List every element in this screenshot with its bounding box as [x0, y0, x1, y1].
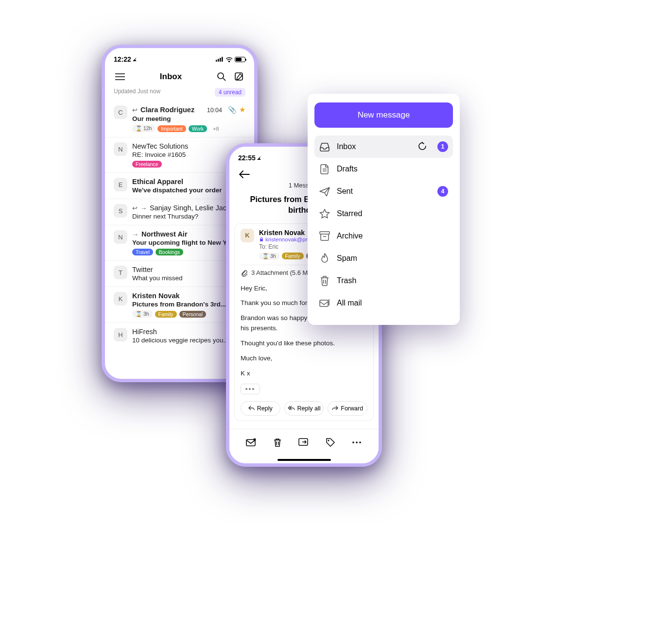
nav-label: Trash: [337, 276, 448, 285]
updated-text: Updated Just now: [114, 88, 160, 97]
avatar: K: [114, 292, 127, 305]
status-icons: [216, 57, 245, 62]
avatar: S: [114, 204, 127, 218]
nav-label: All mail: [337, 299, 448, 307]
archive-icon: [319, 231, 330, 241]
tag-personal: Personal: [179, 311, 206, 318]
new-message-button[interactable]: New message: [314, 102, 453, 128]
back-button[interactable]: [238, 168, 251, 181]
delete-button[interactable]: [271, 436, 284, 449]
svg-rect-1: [218, 59, 219, 62]
sidebar-item-allmail[interactable]: All mail: [314, 292, 453, 314]
allmail-icon: [319, 298, 330, 308]
folder-list: Inbox1DraftsSent4StarredArchiveSpamTrash…: [314, 136, 453, 314]
svg-rect-10: [260, 239, 263, 241]
body-paragraph: Much love,: [241, 354, 367, 364]
tag-travel: Travel: [132, 249, 153, 255]
svg-point-17: [359, 441, 361, 443]
tag-family: Family: [282, 253, 304, 259]
count-badge: 4: [437, 186, 448, 197]
tag-freelance: Freelance: [132, 161, 162, 168]
svg-point-12: [254, 439, 256, 441]
unread-badge[interactable]: 4 unread: [215, 88, 245, 97]
compose-button[interactable]: [233, 70, 245, 83]
avatar: C: [114, 105, 127, 119]
nav-label: Spam: [337, 254, 448, 263]
nav-label: Sent: [337, 187, 431, 196]
spam-icon: [319, 253, 330, 264]
svg-rect-18: [320, 232, 330, 234]
sender-name: Kristen Novak: [132, 292, 180, 300]
show-more-button[interactable]: •••: [241, 384, 260, 394]
sidebar-item-spam[interactable]: Spam: [314, 247, 453, 270]
avatar: H: [114, 328, 127, 341]
body-paragraph: Thought you'd like these photos.: [241, 339, 367, 349]
reply-all-button[interactable]: Reply all: [284, 401, 324, 416]
reply-icon: ↩: [132, 204, 138, 212]
svg-rect-3: [222, 57, 223, 62]
mail-time: 10:04: [207, 107, 222, 114]
forward-icon: →: [140, 204, 147, 212]
sidebar-item-inbox[interactable]: Inbox1: [314, 136, 453, 158]
lock-icon: [259, 237, 264, 242]
tag-family: Family: [155, 311, 177, 318]
inbox-title: Inbox: [131, 72, 210, 82]
refresh-icon[interactable]: [418, 142, 428, 152]
home-indicator[interactable]: [277, 459, 331, 461]
sidebar-item-drafts[interactable]: Drafts: [314, 158, 453, 180]
search-button[interactable]: [215, 70, 228, 83]
svg-rect-19: [320, 300, 328, 306]
status-bar: 12:22: [105, 48, 254, 66]
sender-name: Northwest Air: [141, 230, 188, 238]
mail-subject: Our meeting: [132, 115, 245, 122]
tag-hourglass: ⌛ 3h: [259, 253, 279, 260]
inbox-header: Inbox: [105, 66, 254, 88]
count-badge: 1: [437, 141, 448, 152]
avatar: N: [114, 230, 127, 244]
sidebar-item-sent[interactable]: Sent4: [314, 180, 453, 203]
tag-hourglass: ⌛ 3h: [132, 310, 153, 318]
star-icon[interactable]: ★: [239, 105, 245, 114]
mark-unread-button[interactable]: [245, 436, 258, 449]
wifi-icon: [225, 57, 233, 62]
signal-icon: [216, 57, 224, 62]
more-button[interactable]: [350, 436, 363, 449]
svg-rect-0: [216, 60, 217, 62]
move-button[interactable]: [297, 436, 310, 449]
sidebar-panel: New message Inbox1DraftsSent4StarredArch…: [308, 94, 460, 325]
sender-name: Clara Rodriguez: [140, 106, 194, 114]
svg-rect-11: [246, 440, 255, 446]
body-paragraph: K x: [241, 369, 367, 379]
sidebar-item-star[interactable]: Starred: [314, 203, 453, 225]
attachment-icon: 📎: [228, 106, 236, 114]
tag-work: Work: [189, 125, 207, 132]
location-icon: [132, 57, 137, 62]
reply-icon: ↩: [132, 106, 138, 114]
sidebar-item-trash[interactable]: Trash: [314, 270, 453, 292]
svg-point-14: [328, 440, 329, 441]
status-time: 12:22: [114, 55, 131, 63]
sender-avatar: K: [241, 229, 254, 242]
sender-name: Twitter: [132, 266, 153, 273]
nav-label: Archive: [337, 232, 448, 240]
forward-button[interactable]: Forward: [328, 401, 367, 416]
drafts-icon: [319, 164, 330, 174]
star-icon: [319, 208, 330, 219]
svg-point-16: [356, 441, 358, 443]
tag-more: +8: [209, 125, 223, 132]
nav-label: Inbox: [337, 142, 411, 151]
reply-button[interactable]: Reply: [241, 401, 280, 416]
sender-name: Ethical Apparel: [132, 178, 183, 186]
tag-important: Important: [157, 125, 186, 132]
inbox-meta: Updated Just now 4 unread: [105, 88, 254, 101]
tag-bookings: Bookings: [156, 249, 183, 255]
mail-item[interactable]: C↩Clara Rodriguez10:04📎★Our meeting⌛ 12h…: [105, 101, 254, 137]
tag-hourglass: ⌛ 12h: [132, 125, 155, 132]
avatar: T: [114, 266, 127, 279]
nav-label: Drafts: [337, 165, 448, 173]
label-button[interactable]: [324, 436, 337, 449]
menu-button[interactable]: [114, 70, 126, 83]
sidebar-item-archive[interactable]: Archive: [314, 225, 453, 247]
svg-rect-2: [220, 58, 221, 62]
paperclip-icon: [241, 269, 248, 277]
